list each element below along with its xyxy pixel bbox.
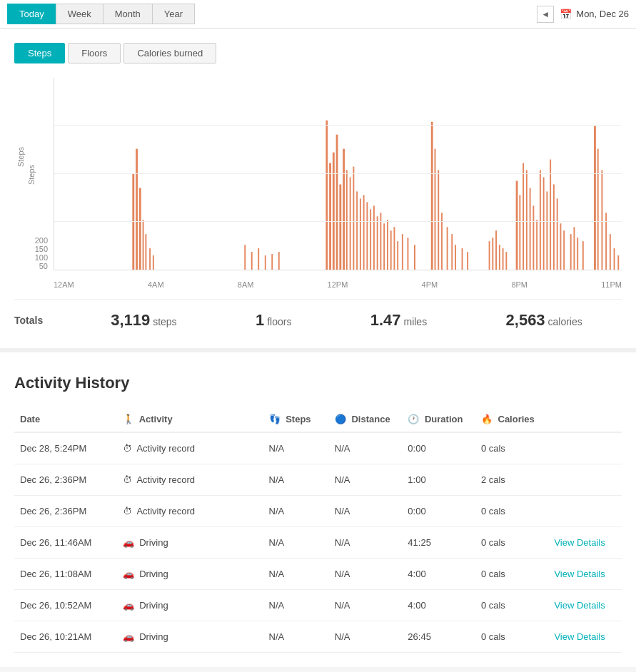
- svg-rect-61: [543, 177, 545, 270]
- chart-plot: [54, 78, 622, 270]
- y-axis-title-label: Steps: [27, 165, 36, 185]
- activity-name: Driving: [139, 600, 168, 611]
- tab-steps[interactable]: Steps: [14, 43, 65, 63]
- th-duration: 🕐 Duration: [402, 407, 475, 432]
- svg-rect-0: [132, 174, 134, 270]
- cell-actions: View Details: [548, 559, 622, 590]
- cell-steps: N/A: [263, 464, 329, 496]
- tab-calories-burned[interactable]: Calories burned: [123, 43, 216, 63]
- cell-actions: [548, 496, 622, 527]
- tab-year[interactable]: Year: [152, 4, 195, 24]
- cell-calories: 0 cals: [475, 496, 549, 527]
- total-calories: 2,563 calories: [506, 311, 582, 330]
- totals-items: 3,119 steps 1 floors 1.47 miles 2,563 ca…: [71, 311, 622, 330]
- table-row: Dec 28, 5:24PM ⏱ Activity record N/A N/A…: [14, 432, 622, 464]
- svg-rect-72: [594, 126, 596, 270]
- y-label-150: 150: [35, 245, 48, 253]
- svg-rect-77: [614, 248, 615, 270]
- table-row: Dec 26, 10:21AM 🚗 Driving N/A N/A 26:45 …: [14, 621, 622, 653]
- duration-th-icon: 🕐: [408, 414, 419, 424]
- activity-table-body: Dec 28, 5:24PM ⏱ Activity record N/A N/A…: [14, 432, 622, 653]
- cell-distance: N/A: [329, 496, 403, 527]
- svg-rect-42: [447, 227, 448, 270]
- svg-rect-12: [278, 252, 280, 270]
- cell-duration: 0:00: [402, 432, 475, 464]
- cell-distance: N/A: [329, 527, 403, 559]
- svg-rect-17: [339, 184, 341, 270]
- svg-rect-50: [499, 245, 500, 270]
- activity-name: Driving: [139, 569, 168, 579]
- activity-type-icon: 🚗: [123, 537, 134, 548]
- cell-actions: [548, 464, 622, 496]
- cell-date: Dec 26, 2:36PM: [14, 464, 117, 496]
- activity-name: Driving: [139, 631, 168, 642]
- svg-rect-22: [356, 191, 358, 270]
- cell-steps: N/A: [263, 590, 329, 621]
- svg-rect-48: [492, 238, 493, 270]
- cell-duration: 4:00: [402, 559, 475, 590]
- total-steps: 3,119 steps: [111, 311, 176, 330]
- table-row: Dec 26, 11:08AM 🚗 Driving N/A N/A 4:00 0…: [14, 559, 622, 590]
- steps-unit: steps: [153, 316, 176, 327]
- svg-rect-60: [540, 170, 541, 270]
- svg-rect-23: [360, 198, 361, 270]
- svg-rect-43: [451, 234, 453, 270]
- svg-rect-45: [462, 248, 463, 270]
- svg-rect-18: [343, 149, 345, 270]
- svg-rect-67: [563, 230, 565, 270]
- cell-steps: N/A: [263, 621, 329, 653]
- date-label: Mon, Dec 26: [576, 9, 629, 19]
- svg-rect-52: [505, 252, 507, 270]
- activity-type-icon: ⏱: [123, 506, 132, 516]
- cell-actions: View Details: [548, 621, 622, 653]
- svg-rect-54: [519, 195, 520, 270]
- floors-unit: floors: [267, 316, 291, 327]
- svg-rect-1: [136, 149, 138, 270]
- svg-rect-51: [503, 248, 504, 270]
- calendar-icon: 📅: [560, 9, 572, 20]
- cell-date: Dec 28, 5:24PM: [14, 432, 117, 464]
- cell-steps: N/A: [263, 559, 329, 590]
- y-label-100: 100: [35, 253, 48, 262]
- table-row: Dec 26, 2:36PM ⏱ Activity record N/A N/A…: [14, 496, 622, 527]
- tab-floors[interactable]: Floors: [68, 43, 121, 63]
- svg-rect-4: [145, 234, 146, 270]
- section-divider: [0, 348, 636, 352]
- cell-steps: N/A: [263, 496, 329, 527]
- calories-th-icon: 🔥: [481, 414, 493, 424]
- svg-rect-58: [532, 205, 534, 270]
- tab-week[interactable]: Week: [56, 4, 103, 24]
- cell-activity: 🚗 Driving: [117, 559, 263, 590]
- cell-distance: N/A: [329, 590, 403, 621]
- tab-today[interactable]: Today: [7, 4, 56, 24]
- svg-rect-69: [573, 227, 575, 270]
- cell-duration: 26:45: [402, 621, 475, 653]
- x-axis: 12AM 4AM 8AM 12PM 4PM 8PM 11PM: [54, 270, 622, 292]
- prev-date-button[interactable]: ◄: [537, 6, 554, 23]
- x-label-12pm: 12PM: [328, 280, 348, 289]
- th-distance: 🔵 Distance: [329, 407, 403, 432]
- tab-month[interactable]: Month: [103, 4, 152, 24]
- activity-type-icon: 🚗: [123, 569, 134, 579]
- svg-rect-59: [536, 220, 537, 270]
- view-details-link[interactable]: View Details: [554, 631, 605, 642]
- activity-name: Activity record: [136, 474, 195, 485]
- cell-actions: View Details: [548, 527, 622, 559]
- svg-rect-65: [557, 198, 558, 270]
- totals-label: Totals: [14, 315, 71, 326]
- steps-th-icon: 👣: [269, 414, 281, 424]
- svg-rect-66: [560, 223, 561, 270]
- view-details-link[interactable]: View Details: [554, 600, 605, 611]
- view-details-link[interactable]: View Details: [554, 569, 605, 579]
- svg-rect-76: [610, 234, 611, 270]
- svg-rect-55: [523, 163, 524, 270]
- svg-rect-26: [370, 209, 371, 270]
- cell-calories: 0 cals: [475, 590, 549, 621]
- svg-rect-74: [601, 170, 602, 270]
- cell-activity: ⏱ Activity record: [117, 496, 263, 527]
- view-details-link[interactable]: View Details: [554, 537, 605, 548]
- cell-steps: N/A: [263, 527, 329, 559]
- cell-calories: 0 cals: [475, 559, 549, 590]
- main-content: Steps Floors Calories burned Steps 200 1…: [0, 29, 636, 667]
- cell-activity: 🚗 Driving: [117, 590, 263, 621]
